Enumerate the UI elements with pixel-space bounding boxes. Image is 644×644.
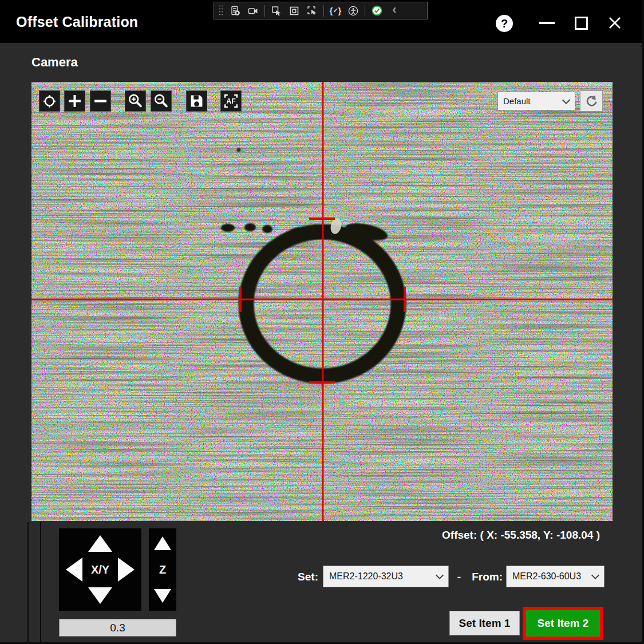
toolbar-separator — [323, 5, 324, 17]
refresh-button[interactable] — [580, 90, 603, 112]
chevron-down-icon — [562, 96, 570, 104]
camera-profile-dropdown[interactable]: Default — [497, 92, 575, 110]
z-pad-label: Z — [149, 563, 176, 576]
hot-reload-icon[interactable]: {✓} — [329, 4, 342, 18]
set-label: Set: — [286, 571, 318, 583]
screen-record-icon[interactable] — [247, 4, 259, 18]
toolbar-separator — [365, 5, 365, 17]
set-item-1-button[interactable]: Set Item 1 — [449, 611, 520, 635]
zoom-out-button[interactable] — [151, 90, 172, 112]
camera-feed[interactable] — [31, 82, 613, 521]
live-visual-tree-icon[interactable] — [229, 4, 242, 18]
panel-divider-line — [27, 522, 29, 644]
z-down-button[interactable] — [154, 589, 171, 603]
from-camera-dropdown[interactable]: MER2-630-60U3 — [506, 566, 605, 587]
chevron-down-icon — [591, 571, 599, 579]
save-image-button[interactable] — [186, 90, 207, 112]
from-label: From: — [468, 571, 503, 583]
accessibility-checker-icon[interactable] — [347, 4, 359, 18]
status-check-icon[interactable] — [370, 4, 383, 18]
offset-readout: Offset: ( X: -55.358, Y: -108.04 ) — [442, 529, 600, 542]
debug-toolbar: {✓} ‹ — [214, 2, 428, 19]
select-element-icon[interactable] — [270, 4, 283, 18]
xy-down-button[interactable] — [88, 587, 112, 604]
step-size-input[interactable] — [59, 619, 176, 637]
display-layout-adorners-icon[interactable] — [288, 4, 301, 18]
xy-up-button[interactable] — [88, 535, 112, 552]
panel-divider-line — [40, 522, 41, 644]
mapping-separator: - — [455, 571, 463, 583]
toolbar-separator — [264, 5, 265, 17]
z-jog-pad: Z — [149, 528, 176, 611]
window-title: Offset Calibration — [16, 14, 138, 30]
collapse-chevron-icon[interactable]: ‹ — [388, 4, 401, 18]
maximize-button[interactable] — [575, 17, 588, 30]
set-camera-value: MER2-1220-32U3 — [329, 571, 403, 582]
svg-text:AF: AF — [226, 97, 236, 105]
titlebar: Offset Calibration — [0, 0, 644, 43]
camera-section-label: Camera — [31, 55, 78, 70]
autofocus-button[interactable]: AF — [220, 90, 242, 112]
track-focused-element-icon[interactable] — [306, 4, 318, 18]
grip-handle-icon[interactable] — [218, 4, 224, 18]
set-camera-dropdown[interactable]: MER2-1220-32U3 — [323, 566, 449, 587]
z-up-button[interactable] — [154, 536, 171, 550]
from-camera-value: MER2-630-60U3 — [512, 571, 581, 582]
chevron-down-icon — [436, 571, 444, 579]
set-item-2-highlight: Set Item 2 — [523, 607, 603, 640]
set-item-2-button[interactable]: Set Item 2 — [526, 610, 600, 637]
close-button[interactable] — [607, 15, 622, 30]
decrease-button[interactable] — [90, 90, 111, 112]
camera-profile-value: Default — [503, 96, 531, 106]
reticle-toggle-button[interactable] — [39, 90, 60, 112]
camera-view: AF Default — [31, 82, 613, 521]
offset-calibration-window: Offset Calibration — [0, 0, 644, 644]
help-button[interactable]: ? — [496, 15, 513, 32]
xy-jog-pad: X/Y — [59, 528, 141, 611]
minimize-button[interactable] — [539, 22, 555, 24]
zoom-in-button[interactable] — [125, 90, 146, 112]
increase-button[interactable] — [64, 90, 85, 112]
xy-pad-label: X/Y — [59, 563, 141, 576]
